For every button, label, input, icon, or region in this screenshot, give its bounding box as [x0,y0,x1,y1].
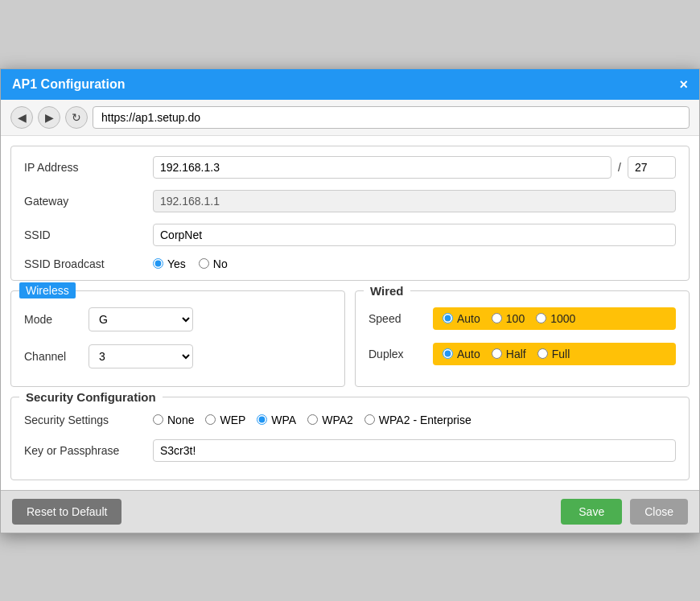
gateway-row: Gateway [24,190,676,212]
url-input[interactable] [93,106,690,129]
speed-100-label[interactable]: 100 [492,312,525,325]
passphrase-row: Key or Passphrase [24,439,676,462]
speed-auto-label[interactable]: Auto [443,312,480,325]
reset-to-default-button[interactable]: Reset to Default [12,499,121,525]
security-none-text: None [167,414,194,426]
security-wep-text: WEP [220,414,245,426]
speed-options: Auto 100 1000 [433,307,676,330]
footer-right-buttons: Save Close [561,499,688,525]
wired-legend: Wired [364,282,410,299]
back-button[interactable]: ◀ [10,106,33,129]
security-wpa2-radio[interactable] [307,414,318,425]
ssid-input[interactable] [153,224,676,246]
security-none-label[interactable]: None [153,414,194,426]
passphrase-label: Key or Passphrase [24,444,153,457]
mode-value: A B G N AC [89,307,331,331]
forward-icon: ▶ [45,111,54,124]
footer: Reset to Default Save Close [1,490,699,533]
security-wep-label[interactable]: WEP [205,414,245,426]
refresh-icon: ↻ [72,111,81,124]
security-wpa2-label[interactable]: WPA2 [307,414,353,426]
duplex-auto-label[interactable]: Auto [443,348,480,360]
duplex-full-radio[interactable] [537,348,548,359]
ssid-broadcast-no-text: No [213,257,228,270]
security-legend: Security Configuration [19,389,163,405]
duplex-label: Duplex [369,348,433,360]
speed-1000-radio[interactable] [536,313,546,323]
forward-button[interactable]: ▶ [38,106,60,129]
ip-address-label: IP Address [24,161,153,174]
mode-label: Mode [24,313,89,326]
ap1-configuration-dialog: AP1 Configuration × ◀ ▶ ↻ IP Address / [0,68,700,533]
dialog-title: AP1 Configuration [12,77,125,92]
ssid-broadcast-yes-text: Yes [167,257,186,270]
duplex-auto-text: Auto [457,348,480,360]
duplex-radio-group: Auto Half Full [433,343,676,365]
mode-row: Mode A B G N AC [24,307,331,331]
close-button[interactable]: Close [630,499,688,525]
nav-bar: ◀ ▶ ↻ [1,100,699,136]
duplex-half-radio[interactable] [492,348,502,359]
subnet-input[interactable] [628,156,676,179]
passphrase-input[interactable] [153,439,676,462]
security-none-radio[interactable] [153,414,163,425]
speed-label: Speed [369,312,433,325]
ip-input[interactable] [153,156,611,179]
ip-gateway-section: IP Address / Gateway SSID [10,146,690,281]
security-wep-radio[interactable] [205,414,216,425]
channel-select[interactable]: 1 2 3 4 5 6 7 8 9 10 11 [89,344,193,368]
speed-1000-label[interactable]: 1000 [536,312,575,325]
refresh-button[interactable]: ↻ [65,106,88,129]
security-section: Security Configuration Security Settings… [10,397,690,480]
duplex-full-label[interactable]: Full [537,348,570,360]
security-wpa2-enterprise-label[interactable]: WPA2 - Enterprise [364,414,471,426]
security-settings-options: None WEP WPA WPA2 [153,414,471,426]
security-wpa-radio[interactable] [257,414,267,425]
security-settings-row: Security Settings None WEP WPA [24,414,676,426]
ssid-broadcast-options: Yes No [153,257,676,270]
dialog-close-button[interactable]: × [679,77,688,92]
wireless-legend: Wireless [19,282,76,298]
security-wpa-text: WPA [271,414,296,426]
content-area: IP Address / Gateway SSID [1,136,699,490]
save-button[interactable]: Save [561,499,622,525]
speed-100-radio[interactable] [492,313,502,323]
security-wpa2-text: WPA2 [322,414,353,426]
speed-radio-group: Auto 100 1000 [433,307,676,330]
ssid-row: SSID [24,224,676,246]
ip-address-row: IP Address / [24,156,676,179]
speed-100-text: 100 [506,312,525,325]
duplex-half-text: Half [506,348,526,360]
channel-row: Channel 1 2 3 4 5 6 7 8 9 10 [24,344,331,368]
ssid-broadcast-label: SSID Broadcast [24,257,153,270]
speed-auto-text: Auto [457,312,480,325]
ssid-value [153,224,676,246]
security-settings-label: Security Settings [24,414,153,426]
wireless-panel: Wireless Mode A B G N AC Channel [10,290,345,387]
duplex-full-text: Full [552,348,570,360]
ssid-broadcast-row: SSID Broadcast Yes No [24,257,676,270]
security-wpa2-enterprise-radio[interactable] [364,414,375,425]
mode-select[interactable]: A B G N AC [89,307,193,331]
wireless-wired-panels: Wireless Mode A B G N AC Channel [10,290,690,387]
gateway-value [153,190,676,212]
ssid-broadcast-yes-radio[interactable] [153,258,163,269]
speed-auto-radio[interactable] [443,313,453,323]
slash-separator: / [618,161,621,174]
channel-value: 1 2 3 4 5 6 7 8 9 10 11 [89,344,331,368]
ssid-broadcast-no-label[interactable]: No [199,257,228,270]
ssid-broadcast-yes-label[interactable]: Yes [153,257,186,270]
duplex-row: Duplex Auto Half [369,343,676,365]
speed-1000-text: 1000 [550,312,575,325]
ssid-broadcast-no-radio[interactable] [199,258,209,269]
ip-address-value: / [153,156,676,179]
duplex-auto-radio[interactable] [443,348,453,359]
security-wpa-label[interactable]: WPA [257,414,296,426]
channel-label: Channel [24,350,89,363]
back-icon: ◀ [18,111,27,124]
duplex-half-label[interactable]: Half [492,348,526,360]
gateway-label: Gateway [24,195,153,208]
wired-panel: Wired Speed Auto 100 [355,290,690,387]
gateway-input[interactable] [153,190,676,212]
passphrase-value [153,439,676,462]
